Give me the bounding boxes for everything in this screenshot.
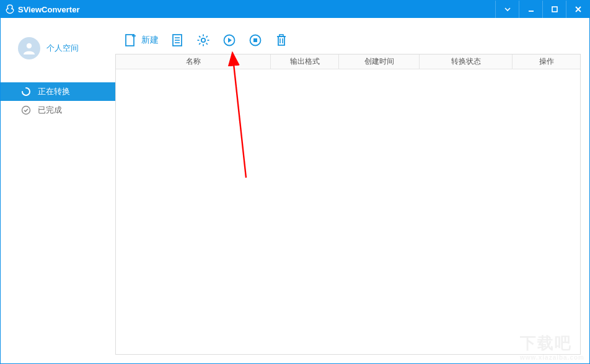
task-grid: 名称 输出格式 创建时间 转换状态 操作 (115, 54, 581, 355)
app-title: SViewConverter (18, 5, 79, 14)
maximize-button[interactable] (542, 1, 566, 18)
grid-body[interactable] (116, 69, 580, 354)
svg-line-19 (199, 43, 200, 45)
svg-rect-22 (253, 38, 257, 42)
svg-rect-1 (552, 7, 557, 12)
stop-button[interactable] (248, 33, 263, 48)
delete-button[interactable] (274, 33, 289, 48)
nav-item-label: 正在转换 (38, 86, 70, 97)
col-name[interactable]: 名称 (116, 54, 271, 69)
dropdown-button[interactable] (495, 1, 519, 18)
toolbar: 新建 (115, 27, 581, 54)
nav-item-converting[interactable]: 正在转换 (1, 82, 115, 101)
play-circle-icon (222, 33, 237, 48)
svg-point-11 (201, 38, 205, 42)
nav-item-completed[interactable]: 已完成 (1, 101, 115, 119)
document-list-icon (170, 33, 185, 48)
gear-icon (196, 33, 211, 48)
svg-line-17 (206, 43, 208, 45)
col-status[interactable]: 转换状态 (420, 54, 513, 69)
new-button-label: 新建 (141, 35, 159, 46)
grid-header: 名称 输出格式 创建时间 转换状态 操作 (116, 54, 580, 69)
spinner-icon (20, 86, 32, 97)
stop-circle-icon (248, 33, 263, 48)
sidebar: 个人空间 正在转换 已完成 (1, 18, 115, 363)
check-circle-icon (20, 105, 32, 116)
user-label: 个人空间 (46, 43, 79, 54)
settings-button[interactable] (196, 33, 211, 48)
nav-item-label: 已完成 (38, 105, 62, 116)
minimize-button[interactable] (519, 1, 542, 18)
new-file-icon (123, 33, 138, 48)
col-action[interactable]: 操作 (513, 54, 580, 69)
avatar-icon (18, 37, 40, 59)
main-panel: 新建 (115, 18, 589, 363)
svg-point-2 (27, 43, 32, 48)
new-button[interactable]: 新建 (123, 33, 159, 48)
titlebar: SViewConverter (1, 1, 589, 18)
svg-line-18 (206, 36, 208, 37)
play-button[interactable] (222, 33, 237, 48)
close-button[interactable] (566, 1, 589, 18)
svg-rect-24 (278, 37, 284, 45)
svg-line-16 (199, 36, 200, 37)
col-output-fmt[interactable]: 输出格式 (271, 54, 339, 69)
nav: 正在转换 已完成 (1, 82, 115, 119)
trash-icon (274, 33, 289, 48)
app-logo-icon (4, 4, 15, 15)
window-buttons (495, 1, 589, 18)
user-block[interactable]: 个人空间 (1, 29, 115, 64)
col-create-time[interactable]: 创建时间 (339, 54, 420, 69)
list-button[interactable] (170, 33, 185, 48)
svg-rect-27 (280, 35, 283, 37)
